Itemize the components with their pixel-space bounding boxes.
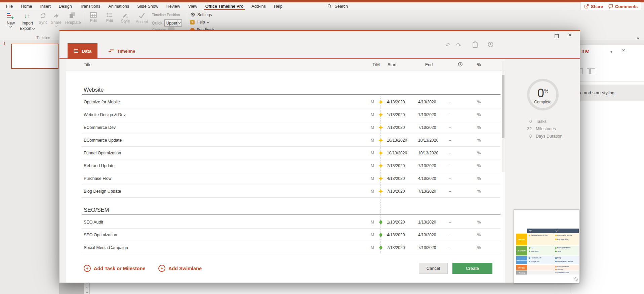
menu-view[interactable]: View: [184, 2, 201, 10]
table-row[interactable]: Social Media Campaign M 7/13/2020 7/13/2…: [66, 241, 505, 254]
row-title[interactable]: ECommerce Dev: [84, 125, 116, 130]
row-start[interactable]: 10/13/2020: [387, 151, 418, 155]
close-icon[interactable]: ×: [568, 31, 572, 39]
row-start[interactable]: 4/13/2020: [387, 176, 418, 181]
tab-timeline[interactable]: Timeline: [103, 43, 142, 59]
row-percent[interactable]: %: [474, 233, 484, 237]
table-row[interactable]: ECommerce Dev M 7/13/2020 7/13/2020 – %: [66, 121, 505, 134]
milestone-star-icon[interactable]: [378, 125, 384, 130]
row-start[interactable]: 7/13/2020: [387, 163, 418, 168]
row-title[interactable]: Social Media Campaign: [84, 245, 128, 250]
row-percent[interactable]: %: [474, 125, 484, 130]
milestone-star-icon[interactable]: [378, 176, 384, 181]
history-clock-icon[interactable]: [487, 41, 494, 49]
redo-icon[interactable]: ↷: [456, 42, 461, 49]
row-type[interactable]: M: [364, 176, 374, 181]
row-start[interactable]: 7/13/2020: [387, 189, 418, 194]
pane-close-icon[interactable]: ×: [622, 47, 625, 54]
slide-thumbnail[interactable]: [11, 44, 58, 69]
add-swimlane-button[interactable]: + Add Swimlane: [158, 265, 202, 272]
row-type[interactable]: M: [364, 189, 374, 194]
comments-button[interactable]: Comments: [605, 2, 641, 11]
row-type[interactable]: M: [364, 125, 374, 130]
help-button[interactable]: ? Help: [190, 20, 209, 24]
collapse-ribbon-icon[interactable]: ^: [637, 36, 639, 41]
row-start[interactable]: 4/13/2020: [387, 100, 418, 104]
row-start[interactable]: 4/13/2020: [387, 233, 418, 237]
table-row[interactable]: Website Design & Dev M 1/13/2020 1/13/20…: [66, 108, 505, 121]
row-type[interactable]: M: [364, 233, 374, 237]
milestone-star-icon[interactable]: [378, 189, 384, 194]
row-percent[interactable]: %: [474, 151, 484, 155]
row-type[interactable]: M: [364, 163, 374, 168]
row-type[interactable]: M: [364, 220, 374, 225]
row-start[interactable]: 7/13/2020: [387, 245, 418, 250]
row-start[interactable]: 1/13/2020: [387, 220, 418, 225]
menu-transitions[interactable]: Transitions: [76, 2, 105, 10]
clipboard-icon[interactable]: [472, 41, 478, 49]
menu-office-timeline-pro[interactable]: Office Timeline Pro: [201, 2, 248, 10]
milestone-star-icon[interactable]: [378, 99, 384, 105]
row-title[interactable]: Website Design & Dev: [84, 112, 126, 117]
row-title[interactable]: SEO Optimization: [84, 233, 117, 237]
row-title[interactable]: Purchase Flow: [84, 176, 112, 181]
undo-icon[interactable]: ↶: [445, 42, 450, 49]
row-start[interactable]: 10/13/2020: [387, 138, 418, 143]
row-percent[interactable]: %: [474, 138, 484, 143]
table-row[interactable]: Rebrand Update M 7/13/2020 7/13/2020 – %: [66, 159, 505, 172]
add-task-or-milestone-button[interactable]: + Add Task or Milestone: [84, 265, 146, 272]
row-type[interactable]: M: [364, 151, 374, 155]
row-title[interactable]: Rebrand Update: [84, 163, 115, 168]
row-title[interactable]: Blog Design Update: [84, 189, 121, 194]
row-percent[interactable]: %: [474, 189, 484, 194]
quick-position-dropdown[interactable]: Upper: [164, 19, 182, 27]
cancel-button[interactable]: Cancel: [419, 263, 448, 274]
menu-design[interactable]: Design: [55, 2, 76, 10]
milestone-star-icon[interactable]: [378, 163, 384, 168]
row-type[interactable]: M: [364, 100, 374, 104]
maximize-icon[interactable]: [555, 34, 559, 38]
timeline-preview-thumbnail[interactable]: Q1 Q2 Website Website Design & Dev Optim…: [514, 209, 579, 283]
resize-grip[interactable]: [574, 277, 578, 281]
table-row[interactable]: Blog Design Update M 7/13/2020 7/13/2020…: [66, 185, 505, 198]
tab-data[interactable]: Data: [68, 43, 97, 59]
import-export-button[interactable]: ↓ ↑ Import Export: [17, 12, 37, 31]
table-row[interactable]: Purchase Flow M 4/13/2020 4/13/2020 – %: [66, 172, 505, 185]
milestone-star-icon[interactable]: [378, 138, 384, 143]
share-button[interactable]: Share: [580, 2, 607, 11]
search-box[interactable]: Search: [323, 2, 352, 10]
row-title[interactable]: ECommerce Update: [84, 138, 122, 143]
menu-review[interactable]: Review: [162, 2, 184, 10]
table-row[interactable]: ECommerce Update M 10/13/2020 10/13/2020…: [66, 134, 505, 147]
milestone-star-icon[interactable]: [378, 112, 384, 117]
scrollbar-thumb[interactable]: [502, 75, 505, 138]
menu-insert[interactable]: Insert: [36, 2, 55, 10]
row-percent[interactable]: %: [474, 112, 484, 117]
row-percent[interactable]: %: [474, 163, 484, 168]
create-button[interactable]: Create: [452, 263, 492, 274]
row-percent[interactable]: %: [474, 176, 484, 181]
menu-help[interactable]: Help: [270, 2, 287, 10]
menu-animations[interactable]: Animations: [104, 2, 133, 10]
row-type[interactable]: M: [364, 245, 374, 250]
table-row[interactable]: SEO Optimization M 4/13/2020 4/13/2020 –…: [66, 229, 505, 241]
menu-file[interactable]: File: [2, 2, 17, 10]
milestone-star-icon[interactable]: [378, 150, 384, 156]
row-percent[interactable]: %: [474, 245, 484, 250]
table-row[interactable]: SEO Audit M 1/13/2020 1/13/2020 – %: [66, 216, 505, 229]
row-start[interactable]: 1/13/2020: [387, 112, 418, 117]
menu-home[interactable]: Home: [17, 2, 36, 10]
milestone-diamond-icon[interactable]: [378, 245, 384, 250]
view-toggle-icon[interactable]: [587, 68, 596, 74]
table-row[interactable]: Optimize for Mobile M 4/13/2020 4/13/202…: [66, 96, 505, 108]
table-row[interactable]: Funnel Optimization M 10/13/2020 10/13/2…: [66, 147, 505, 159]
row-title[interactable]: Funnel Optimization: [84, 151, 121, 155]
milestone-diamond-icon[interactable]: [378, 232, 384, 238]
row-percent[interactable]: %: [474, 100, 484, 104]
row-title[interactable]: SEO Audit: [84, 220, 103, 225]
milestone-diamond-icon[interactable]: [378, 219, 384, 225]
pane-dropdown-icon[interactable]: ▾: [610, 50, 612, 54]
row-start[interactable]: 7/13/2020: [387, 125, 418, 130]
menu-slide-show[interactable]: Slide Show: [133, 2, 162, 10]
menu-add-ins[interactable]: Add-ins: [247, 2, 270, 10]
